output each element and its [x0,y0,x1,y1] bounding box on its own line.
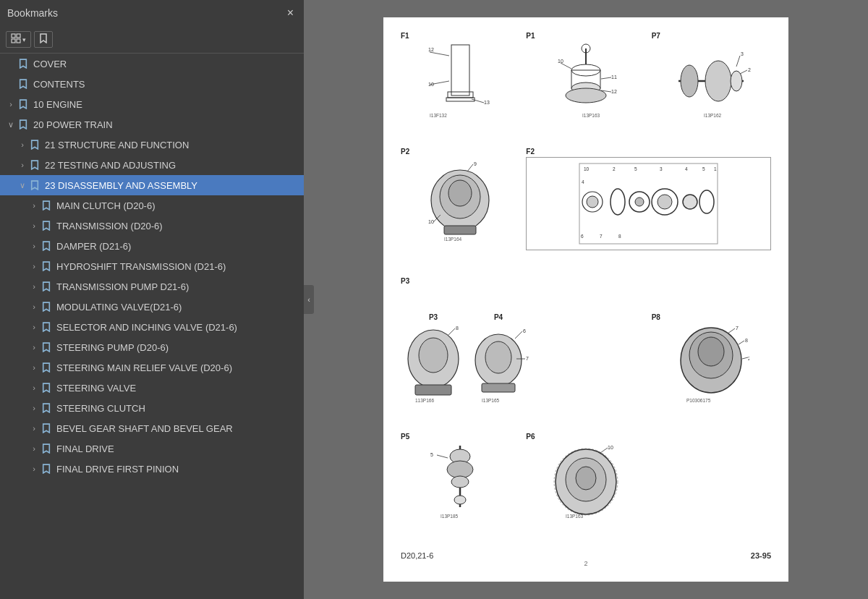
figure-p3-p4: P3 8 113P166 P4 [401,313,646,427]
svg-point-30 [731,71,742,91]
bookmark-item-23-disassembly[interactable]: ∨23 DISASSEMBLY AND ASSEMBLY [0,175,304,195]
svg-text:3: 3 [660,166,663,171]
document-view: F1 12 10 13 I13F132 [304,0,868,599]
bookmark-item-steering-pump[interactable]: ›STEERING PUMP (D20-6) [0,337,304,357]
expand-icon[interactable]: › [17,140,27,149]
bookmark-item-cover[interactable]: COVER [0,54,304,74]
panel-header: Bookmarks × [0,0,304,26]
svg-rect-1 [17,34,20,38]
close-button[interactable]: × [284,7,297,20]
bookmark-item-trans-pump[interactable]: ›TRANSMISSION PUMP D21-6) [0,276,304,297]
bookmark-label: CONTENTS [33,79,298,90]
svg-text:P10306175: P10306175 [686,398,711,403]
bookmark-flag-icon [41,464,52,474]
expand-icon[interactable]: ∨ [17,181,27,190]
svg-point-50 [635,197,644,206]
bookmark-item-final-drive[interactable]: ›FINAL DRIVE [0,438,304,459]
svg-point-29 [705,61,731,101]
svg-line-20 [561,63,571,69]
bookmark-item-steering-clutch[interactable]: ›STEERING CLUTCH [0,398,304,418]
svg-point-67 [419,338,448,373]
bookmark-label: 20 POWER TRAIN [33,119,298,130]
expand-icon[interactable]: ∨ [6,120,16,129]
svg-point-73 [485,341,511,373]
svg-point-94 [454,496,466,504]
bookmark-button[interactable] [34,31,53,48]
page-content: F1 12 10 13 I13F132 [401,32,771,543]
figure-p8: P8 7 8 2 P10306175 [652,313,771,427]
expand-all-button[interactable]: ▾ [6,31,31,48]
expand-icon[interactable]: › [17,161,27,169]
figure-f2: F2 [526,148,771,271]
bookmark-item-bevel-gear[interactable]: ›BEVEL GEAR SHAFT AND BEVEL GEAR [0,418,304,438]
bookmarks-panel: Bookmarks × ▾ COVERCONTENTS›10 [0,0,304,599]
figure-p1: P1 10 11 [526,32,645,142]
svg-text:6: 6 [523,328,526,334]
svg-rect-68 [415,385,451,395]
bookmark-flag-icon [41,261,52,271]
bookmark-label: 10 ENGINE [33,99,298,110]
bookmark-item-final-drive-first[interactable]: ›FINAL DRIVE FIRST PINION [0,459,304,479]
bookmark-label: DAMPER (D21-6) [56,241,298,252]
bookmark-item-21-structure[interactable]: ›21 STRUCTURE AND FUNCTION [0,135,304,155]
bookmark-label: SELECTOR AND INCHING VALVE (D21-6) [56,322,298,333]
footer-model: D20,21-6 [401,551,433,560]
bookmark-label: BEVEL GEAR SHAFT AND BEVEL GEAR [56,423,298,434]
expand-icon[interactable]: › [29,464,39,473]
figure-p6: P6 10 I13P163 [526,433,645,543]
expand-icon[interactable]: › [29,282,39,291]
bookmark-item-mod-valve[interactable]: ›MODULATING VALVE(D21-6) [0,297,304,317]
bookmark-item-main-clutch[interactable]: ›MAIN CLUTCH (D20-6) [0,195,304,216]
bookmark-flag-icon [17,119,29,129]
svg-text:I13P162: I13P162 [704,113,722,118]
bookmark-item-damper[interactable]: ›DAMPER (D21-6) [0,236,304,256]
bookmark-item-hydroshift[interactable]: ›HYDROSHIFT TRANSMISSION (D21-6) [0,256,304,276]
bookmark-item-20-power-train[interactable]: ∨20 POWER TRAIN [0,114,304,135]
expand-icon[interactable]: › [29,242,39,250]
svg-text:12: 12 [611,89,617,94]
expand-icon[interactable]: › [29,262,39,271]
bookmark-item-selector[interactable]: ›SELECTOR AND INCHING VALVE (D21-6) [0,317,304,337]
svg-text:6: 6 [581,234,584,239]
expand-icon[interactable]: › [6,100,16,109]
bookmark-item-22-testing[interactable]: ›22 TESTING AND ADJUSTING [0,155,304,175]
bookmark-flag-icon [41,383,52,393]
expand-icon[interactable]: › [29,323,39,331]
svg-point-100 [576,467,596,490]
expand-icon[interactable]: › [29,302,39,311]
svg-line-22 [601,77,611,79]
expand-icon[interactable]: › [29,201,39,210]
expand-icon[interactable]: › [29,383,39,392]
svg-text:8: 8 [456,326,459,331]
bookmark-item-steering-relief[interactable]: ›STEERING MAIN RELIEF VALVE (D20-6) [0,357,304,378]
svg-text:113P166: 113P166 [415,398,434,403]
bookmark-flag-icon [41,200,52,211]
svg-text:5: 5 [702,166,705,171]
svg-text:1: 1 [714,166,717,171]
bookmark-flag-icon [17,59,29,69]
page-footer: D20,21-6 23-95 [401,548,771,560]
bookmark-item-10-engine[interactable]: ›10 ENGINE [0,94,304,114]
expand-icon[interactable]: › [29,221,39,230]
bookmark-item-transmission[interactable]: ›TRANSMISSION (D20-6) [0,216,304,236]
expand-icon[interactable]: › [29,343,39,352]
svg-rect-0 [12,34,15,38]
expand-icon[interactable]: › [29,363,39,372]
expand-icon[interactable]: › [29,404,39,412]
svg-line-85 [739,341,744,344]
bookmark-flag-icon [41,403,52,413]
bookmark-flag-icon [29,180,41,190]
bookmark-item-steering-valve[interactable]: ›STEERING VALVE [0,378,304,398]
bookmark-label: STEERING MAIN RELIEF VALVE (D20-6) [56,362,298,373]
svg-text:12: 12 [428,47,434,52]
svg-point-52 [658,195,672,209]
svg-rect-74 [482,383,515,392]
svg-line-40 [467,164,473,171]
bookmark-flag-icon [41,322,52,332]
panel-title: Bookmarks [7,7,58,19]
dropdown-arrow: ▾ [22,36,26,43]
expand-icon[interactable]: › [29,444,39,453]
collapse-panel-button[interactable]: ‹ [304,285,314,314]
bookmark-item-contents[interactable]: CONTENTS [0,74,304,94]
expand-icon[interactable]: › [29,424,39,433]
